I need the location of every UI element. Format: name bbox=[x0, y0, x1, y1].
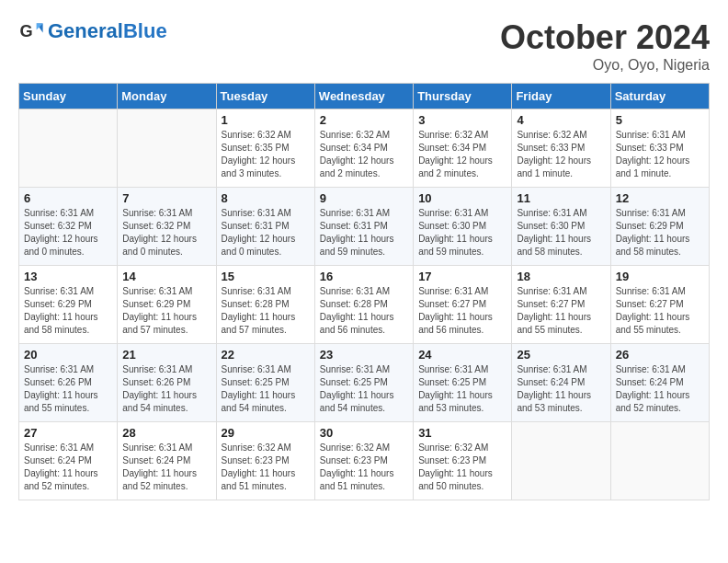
calendar-cell: 22Sunrise: 6:31 AM Sunset: 6:25 PM Dayli… bbox=[216, 344, 314, 422]
calendar-cell: 26Sunrise: 6:31 AM Sunset: 6:24 PM Dayli… bbox=[610, 344, 709, 422]
weekday-header-sunday: Sunday bbox=[19, 84, 118, 109]
week-row-1: 6Sunrise: 6:31 AM Sunset: 6:32 PM Daylig… bbox=[19, 188, 710, 266]
day-info: Sunrise: 6:31 AM Sunset: 6:24 PM Dayligh… bbox=[616, 363, 704, 415]
day-number: 25 bbox=[517, 348, 605, 362]
svg-text:G: G bbox=[19, 22, 32, 40]
weekday-header-thursday: Thursday bbox=[414, 84, 512, 109]
day-number: 21 bbox=[122, 348, 210, 362]
day-number: 5 bbox=[616, 113, 704, 127]
day-number: 8 bbox=[222, 191, 310, 205]
day-number: 12 bbox=[616, 191, 704, 205]
week-row-2: 13Sunrise: 6:31 AM Sunset: 6:29 PM Dayli… bbox=[19, 266, 710, 344]
day-number: 11 bbox=[517, 191, 605, 205]
logo: G GeneralBlue bbox=[18, 18, 167, 44]
day-info: Sunrise: 6:31 AM Sunset: 6:29 PM Dayligh… bbox=[616, 207, 704, 259]
calendar-cell: 3Sunrise: 6:32 AM Sunset: 6:34 PM Daylig… bbox=[414, 109, 512, 188]
day-number: 31 bbox=[418, 426, 506, 440]
calendar-cell: 5Sunrise: 6:31 AM Sunset: 6:33 PM Daylig… bbox=[610, 109, 709, 188]
day-info: Sunrise: 6:31 AM Sunset: 6:28 PM Dayligh… bbox=[320, 285, 408, 337]
day-number: 17 bbox=[418, 270, 506, 283]
calendar-cell: 16Sunrise: 6:31 AM Sunset: 6:28 PM Dayli… bbox=[314, 266, 413, 344]
calendar-cell: 11Sunrise: 6:31 AM Sunset: 6:30 PM Dayli… bbox=[512, 188, 610, 266]
weekday-header-tuesday: Tuesday bbox=[216, 84, 314, 109]
day-info: Sunrise: 6:31 AM Sunset: 6:33 PM Dayligh… bbox=[616, 129, 704, 180]
day-info: Sunrise: 6:32 AM Sunset: 6:35 PM Dayligh… bbox=[222, 129, 310, 180]
day-info: Sunrise: 6:31 AM Sunset: 6:26 PM Dayligh… bbox=[24, 363, 112, 415]
calendar-cell: 14Sunrise: 6:31 AM Sunset: 6:29 PM Dayli… bbox=[118, 266, 216, 344]
day-number: 20 bbox=[24, 348, 112, 362]
calendar-cell: 7Sunrise: 6:31 AM Sunset: 6:32 PM Daylig… bbox=[118, 188, 216, 266]
logo-icon: G bbox=[18, 18, 44, 44]
day-info: Sunrise: 6:32 AM Sunset: 6:23 PM Dayligh… bbox=[222, 442, 310, 493]
calendar-cell: 10Sunrise: 6:31 AM Sunset: 6:30 PM Dayli… bbox=[414, 188, 512, 266]
calendar-cell: 15Sunrise: 6:31 AM Sunset: 6:28 PM Dayli… bbox=[216, 266, 314, 344]
weekday-header-wednesday: Wednesday bbox=[314, 84, 413, 109]
day-number: 7 bbox=[122, 191, 210, 205]
title-block: October 2024 Oyo, Oyo, Nigeria bbox=[500, 18, 710, 74]
day-info: Sunrise: 6:31 AM Sunset: 6:31 PM Dayligh… bbox=[222, 207, 310, 259]
day-info: Sunrise: 6:31 AM Sunset: 6:29 PM Dayligh… bbox=[122, 285, 210, 337]
day-number: 10 bbox=[418, 191, 506, 205]
weekday-header-friday: Friday bbox=[512, 84, 610, 109]
calendar-cell: 19Sunrise: 6:31 AM Sunset: 6:27 PM Dayli… bbox=[610, 266, 709, 344]
day-number: 29 bbox=[222, 426, 310, 440]
day-info: Sunrise: 6:31 AM Sunset: 6:27 PM Dayligh… bbox=[418, 285, 506, 337]
day-info: Sunrise: 6:32 AM Sunset: 6:34 PM Dayligh… bbox=[418, 129, 506, 180]
calendar-cell bbox=[118, 109, 216, 188]
calendar-cell: 9Sunrise: 6:31 AM Sunset: 6:31 PM Daylig… bbox=[314, 188, 413, 266]
day-info: Sunrise: 6:32 AM Sunset: 6:23 PM Dayligh… bbox=[320, 442, 408, 493]
calendar-cell: 27Sunrise: 6:31 AM Sunset: 6:24 PM Dayli… bbox=[19, 422, 118, 500]
day-number: 22 bbox=[222, 348, 310, 362]
day-info: Sunrise: 6:31 AM Sunset: 6:30 PM Dayligh… bbox=[418, 207, 506, 259]
calendar-cell: 31Sunrise: 6:32 AM Sunset: 6:23 PM Dayli… bbox=[414, 422, 512, 500]
calendar-cell: 23Sunrise: 6:31 AM Sunset: 6:25 PM Dayli… bbox=[314, 344, 413, 422]
day-info: Sunrise: 6:31 AM Sunset: 6:32 PM Dayligh… bbox=[122, 207, 210, 259]
day-number: 2 bbox=[320, 113, 408, 127]
day-info: Sunrise: 6:31 AM Sunset: 6:25 PM Dayligh… bbox=[222, 363, 310, 415]
day-info: Sunrise: 6:32 AM Sunset: 6:33 PM Dayligh… bbox=[517, 129, 605, 180]
calendar-cell: 1Sunrise: 6:32 AM Sunset: 6:35 PM Daylig… bbox=[216, 109, 314, 188]
day-info: Sunrise: 6:31 AM Sunset: 6:29 PM Dayligh… bbox=[24, 285, 112, 337]
calendar-cell: 4Sunrise: 6:32 AM Sunset: 6:33 PM Daylig… bbox=[512, 109, 610, 188]
calendar-cell: 13Sunrise: 6:31 AM Sunset: 6:29 PM Dayli… bbox=[19, 266, 118, 344]
logo-general: General bbox=[48, 19, 123, 42]
day-info: Sunrise: 6:31 AM Sunset: 6:24 PM Dayligh… bbox=[517, 363, 605, 415]
day-number: 16 bbox=[320, 270, 408, 283]
day-info: Sunrise: 6:31 AM Sunset: 6:27 PM Dayligh… bbox=[616, 285, 704, 337]
weekday-header-row: SundayMondayTuesdayWednesdayThursdayFrid… bbox=[19, 84, 710, 109]
day-number: 13 bbox=[24, 270, 112, 283]
day-info: Sunrise: 6:31 AM Sunset: 6:31 PM Dayligh… bbox=[320, 207, 408, 259]
day-info: Sunrise: 6:31 AM Sunset: 6:25 PM Dayligh… bbox=[320, 363, 408, 415]
calendar-cell: 29Sunrise: 6:32 AM Sunset: 6:23 PM Dayli… bbox=[216, 422, 314, 500]
day-info: Sunrise: 6:31 AM Sunset: 6:30 PM Dayligh… bbox=[517, 207, 605, 259]
calendar-cell bbox=[610, 422, 709, 500]
calendar-cell bbox=[19, 109, 118, 188]
page-header: G GeneralBlue October 2024 Oyo, Oyo, Nig… bbox=[18, 18, 710, 74]
day-number: 18 bbox=[517, 270, 605, 283]
day-number: 14 bbox=[122, 270, 210, 283]
day-number: 23 bbox=[320, 348, 408, 362]
day-number: 3 bbox=[418, 113, 506, 127]
calendar-table: SundayMondayTuesdayWednesdayThursdayFrid… bbox=[18, 83, 710, 500]
day-info: Sunrise: 6:31 AM Sunset: 6:24 PM Dayligh… bbox=[122, 442, 210, 493]
day-info: Sunrise: 6:31 AM Sunset: 6:26 PM Dayligh… bbox=[122, 363, 210, 415]
calendar-cell: 2Sunrise: 6:32 AM Sunset: 6:34 PM Daylig… bbox=[314, 109, 413, 188]
day-number: 30 bbox=[320, 426, 408, 440]
day-number: 27 bbox=[24, 426, 112, 440]
day-info: Sunrise: 6:31 AM Sunset: 6:24 PM Dayligh… bbox=[24, 442, 112, 493]
day-number: 26 bbox=[616, 348, 704, 362]
calendar-cell: 21Sunrise: 6:31 AM Sunset: 6:26 PM Dayli… bbox=[118, 344, 216, 422]
location-title: Oyo, Oyo, Nigeria bbox=[500, 57, 710, 74]
weekday-header-monday: Monday bbox=[118, 84, 216, 109]
day-info: Sunrise: 6:31 AM Sunset: 6:32 PM Dayligh… bbox=[24, 207, 112, 259]
calendar-cell: 6Sunrise: 6:31 AM Sunset: 6:32 PM Daylig… bbox=[19, 188, 118, 266]
logo-blue: Blue bbox=[123, 19, 167, 42]
week-row-0: 1Sunrise: 6:32 AM Sunset: 6:35 PM Daylig… bbox=[19, 109, 710, 188]
calendar-cell: 24Sunrise: 6:31 AM Sunset: 6:25 PM Dayli… bbox=[414, 344, 512, 422]
week-row-3: 20Sunrise: 6:31 AM Sunset: 6:26 PM Dayli… bbox=[19, 344, 710, 422]
day-number: 4 bbox=[517, 113, 605, 127]
calendar-cell: 8Sunrise: 6:31 AM Sunset: 6:31 PM Daylig… bbox=[216, 188, 314, 266]
weekday-header-saturday: Saturday bbox=[610, 84, 709, 109]
day-number: 9 bbox=[320, 191, 408, 205]
day-info: Sunrise: 6:31 AM Sunset: 6:27 PM Dayligh… bbox=[517, 285, 605, 337]
